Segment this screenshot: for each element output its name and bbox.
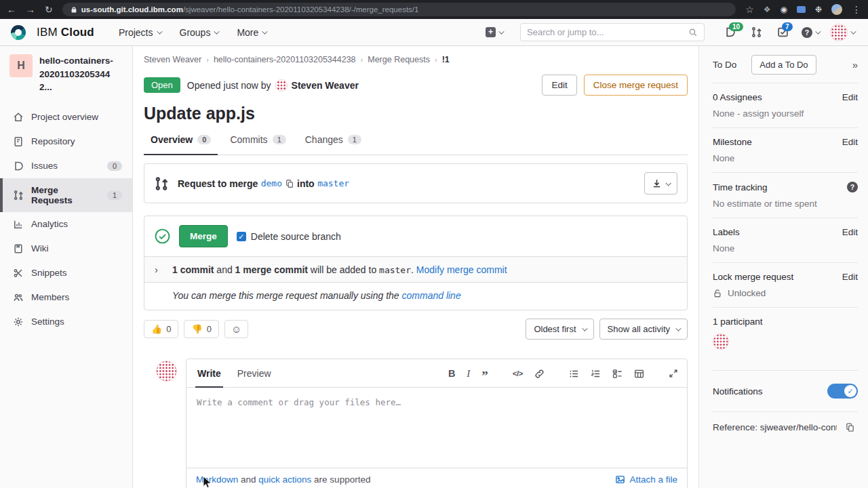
command-line-link[interactable]: command line — [402, 290, 461, 301]
commits-summary-text: 1 commit and 1 merge commit will be adde… — [172, 264, 507, 275]
tab-preview[interactable]: Preview — [235, 359, 273, 388]
ibm-cloud-logo-icon[interactable] — [11, 25, 26, 40]
breadcrumb-merge-requests[interactable]: Merge Requests — [368, 55, 430, 64]
table-icon[interactable] — [634, 369, 644, 379]
sidebar-item-repository[interactable]: Repository — [0, 129, 132, 154]
comment-area: Write Preview B I ” </> — [144, 359, 688, 488]
address-bar[interactable]: us-south.git.cloud.ibm.com/sjweaver/hell… — [62, 3, 736, 16]
merge-button[interactable]: Merge — [179, 225, 228, 247]
extension-cast-icon[interactable] — [797, 6, 806, 13]
attach-file-label: Attach a file — [629, 474, 677, 485]
participant-avatar[interactable] — [713, 333, 729, 350]
add-emoji-button[interactable]: ☺ — [224, 320, 248, 338]
assignees-value[interactable]: None - assign yourself — [713, 108, 858, 119]
project-avatar: H — [9, 54, 33, 77]
merge-request-icon — [13, 190, 24, 201]
checkbox-checked-icon[interactable]: ✓ — [237, 232, 246, 241]
browser-back-icon[interactable]: ← — [7, 5, 16, 14]
copy-reference-icon[interactable] — [845, 422, 855, 432]
attach-file-button[interactable]: Attach a file — [615, 474, 677, 485]
issues-count-badge: 0 — [107, 161, 122, 171]
labels-edit-button[interactable]: Edit — [842, 227, 858, 237]
tab-changes[interactable]: Changes 1 — [298, 134, 368, 155]
search-icon — [688, 28, 698, 37]
extension-puzzle-icon[interactable]: ❉ — [815, 5, 822, 14]
close-merge-request-button[interactable]: Close merge request — [584, 75, 688, 96]
help-icon[interactable]: ? — [847, 182, 858, 192]
add-todo-button[interactable]: Add a To Do — [751, 55, 816, 75]
new-menu-button[interactable]: + — [483, 24, 505, 40]
sidebar-item-merge-requests[interactable]: Merge Requests 1 — [0, 178, 132, 212]
lock-edit-button[interactable]: Edit — [842, 272, 858, 282]
tab-commits[interactable]: Commits 1 — [223, 134, 292, 155]
delete-source-branch-label: Delete source branch — [251, 231, 341, 242]
numbered-list-icon[interactable] — [591, 369, 601, 379]
bookmark-star-icon[interactable]: ☆ — [745, 5, 754, 14]
download-dropdown-button[interactable] — [644, 172, 677, 195]
thumbs-down-button[interactable]: 👎 0 — [184, 320, 218, 338]
italic-icon[interactable]: I — [467, 369, 470, 379]
quote-icon[interactable]: ” — [481, 372, 488, 380]
project-header[interactable]: H hello-containers-202011032053442... — [0, 46, 132, 105]
copy-branch-icon[interactable] — [285, 179, 294, 188]
user-menu-button[interactable] — [827, 21, 857, 44]
help-menu-button[interactable]: ? — [799, 24, 822, 41]
notifications-toggle[interactable]: ✓ — [827, 384, 858, 399]
browser-forward-icon[interactable]: → — [26, 5, 35, 14]
sidebar-item-members[interactable]: Members — [0, 285, 132, 310]
activity-filter-dropdown[interactable]: Show all activity — [599, 319, 688, 340]
bold-icon[interactable]: B — [448, 369, 455, 379]
tab-write[interactable]: Write — [195, 359, 223, 388]
comment-textarea[interactable] — [186, 388, 687, 468]
browser-menu-icon[interactable]: ⋮ — [852, 5, 861, 14]
breadcrumb-project[interactable]: hello-containers-20201103205344238 — [214, 55, 356, 64]
assignees-edit-button[interactable]: Edit — [842, 92, 858, 102]
notifications-section: Notifications ✓ — [713, 370, 858, 411]
global-search[interactable] — [520, 23, 705, 41]
sort-dropdown[interactable]: Oldest first — [526, 319, 593, 340]
nav-groups[interactable]: Groups — [173, 23, 225, 42]
thumbs-up-button[interactable]: 👍 0 — [144, 320, 178, 338]
merge-requests-nav-button[interactable] — [746, 24, 767, 41]
browser-profile-avatar[interactable] — [831, 4, 842, 15]
modify-merge-commit-link[interactable]: Modify merge commit — [416, 264, 507, 275]
delete-source-branch-option[interactable]: ✓ Delete source branch — [237, 231, 341, 242]
sidebar-item-label: Settings — [31, 317, 122, 327]
sidebar-item-snippets[interactable]: Snippets — [0, 261, 132, 285]
nav-more[interactable]: More — [230, 23, 273, 42]
nav-projects[interactable]: Projects — [112, 23, 167, 42]
ibm-cloud-logo[interactable]: IBM Cloud — [37, 26, 94, 39]
milestone-edit-button[interactable]: Edit — [842, 137, 858, 147]
tab-overview[interactable]: Overview 0 — [144, 134, 218, 155]
extension-dropbox-icon[interactable]: ❖ — [764, 5, 771, 14]
sidebar-item-wiki[interactable]: Wiki — [0, 237, 132, 261]
issues-nav-button[interactable]: 10 — [719, 24, 741, 41]
source-branch-link[interactable]: demo — [261, 178, 282, 188]
merge-commit-count: 1 merge commit — [235, 264, 308, 275]
sidebar-item-project-overview[interactable]: Project overview — [0, 105, 132, 129]
participants-section: 1 participant — [713, 307, 858, 361]
todos-nav-button[interactable]: 7 — [772, 24, 793, 41]
browser-reload-icon[interactable]: ↻ — [45, 5, 53, 14]
author-avatar[interactable] — [275, 79, 288, 92]
author-name[interactable]: Steven Weaver — [292, 80, 359, 91]
collapse-sidebar-icon[interactable]: » — [852, 59, 858, 70]
task-list-icon[interactable] — [612, 369, 623, 379]
breadcrumb-user[interactable]: Steven Weaver — [144, 55, 201, 64]
quick-actions-link[interactable]: quick actions — [258, 474, 311, 485]
code-icon[interactable]: </> — [513, 370, 523, 378]
logo-cloud-text: Cloud — [61, 26, 94, 39]
link-icon[interactable] — [534, 369, 545, 379]
sidebar-item-analytics[interactable]: Analytics — [0, 212, 132, 237]
target-branch-link[interactable]: master — [317, 178, 349, 188]
sidebar-item-settings[interactable]: Settings — [0, 310, 132, 334]
sidebar-item-issues[interactable]: Issues 0 — [0, 154, 132, 178]
chevron-right-icon[interactable]: › — [155, 264, 161, 275]
fullscreen-icon[interactable] — [669, 369, 678, 378]
todo-label: To Do — [713, 60, 736, 70]
extension-circle-icon[interactable]: ◉ — [780, 5, 787, 14]
edit-button[interactable]: Edit — [542, 75, 576, 96]
search-input[interactable] — [527, 27, 688, 37]
bullet-list-icon[interactable] — [569, 369, 579, 379]
and-text: and — [238, 474, 258, 485]
